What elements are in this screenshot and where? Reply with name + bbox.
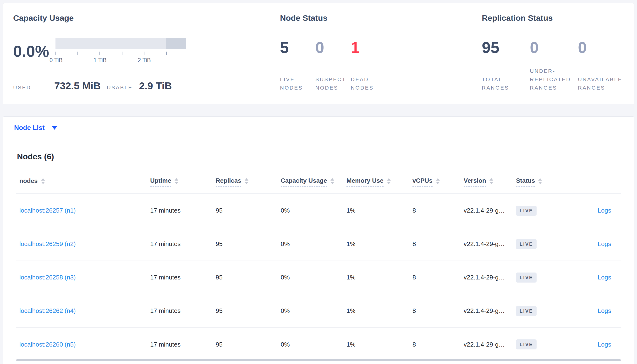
unavailable-ranges-label: UNAVAILABLE RANGES	[578, 75, 626, 92]
dead-nodes-value: 1	[351, 38, 386, 58]
node-status-title: Node Status	[280, 13, 482, 23]
memory-use-cell: 1%	[347, 307, 413, 314]
node-list-dropdown-label: Node List	[14, 124, 45, 132]
status-badge: LIVE	[516, 272, 537, 282]
cluster-summary-card: Capacity Usage 0.0%	[3, 3, 634, 104]
usable-label: USABLE	[107, 84, 133, 91]
replication-status-title: Replication Status	[482, 13, 626, 23]
used-label: USED	[13, 84, 54, 91]
capacity-bar-nonusable-segment	[166, 38, 186, 49]
capacity-axis-ticks	[56, 52, 186, 55]
replicas-cell: 95	[216, 240, 281, 248]
sort-icon	[245, 178, 248, 184]
logs-link[interactable]: Logs	[598, 307, 611, 314]
unavailable-ranges-value: 0	[578, 38, 626, 58]
replicas-cell: 95	[216, 274, 281, 281]
table-row: localhost:26259 (n2) 17 minutes 95 0% 1%…	[16, 228, 621, 261]
vcpus-cell: 8	[413, 240, 464, 248]
column-header-capacity-usage[interactable]: Capacity Usage	[281, 177, 347, 186]
node-link[interactable]: localhost:26259 (n2)	[19, 240, 76, 248]
sort-icon	[489, 178, 493, 184]
node-list-dropdown[interactable]: Node List	[14, 124, 57, 132]
live-nodes-stat: 5 LIVE NODES	[280, 38, 315, 92]
sort-icon	[538, 178, 542, 184]
horizontal-scrollbar[interactable]	[16, 359, 621, 361]
version-cell: v22.1.4-29-g…	[464, 307, 516, 314]
capacity-usage-cell: 0%	[281, 307, 347, 314]
column-header-nodes[interactable]: nodes	[16, 177, 150, 186]
memory-use-cell: 1%	[347, 341, 413, 348]
cluster-overview-page: Capacity Usage 0.0%	[0, 0, 637, 364]
uptime-cell: 17 minutes	[150, 207, 216, 214]
uptime-cell: 17 minutes	[150, 307, 216, 314]
column-header-vcpus[interactable]: vCPUs	[413, 177, 464, 186]
node-link[interactable]: localhost:26257 (n1)	[19, 207, 76, 214]
vcpus-cell: 8	[413, 341, 464, 348]
axis-tick	[144, 52, 144, 55]
capacity-usage-title: Capacity Usage	[13, 13, 280, 23]
replication-status-section: Replication Status 95 TOTAL RANGES 0 UND…	[482, 13, 626, 104]
live-nodes-value: 5	[280, 38, 315, 58]
capacity-gauge: 0.0% 0 TiB 1 TiB	[13, 38, 280, 64]
capacity-used-usable-row: USED 732.5 MiB USABLE 2.9 TiB	[13, 80, 280, 92]
table-row: localhost:26257 (n1) 17 minutes 95 0% 1%…	[16, 194, 621, 228]
sort-icon	[331, 178, 334, 184]
node-link[interactable]: localhost:26260 (n5)	[19, 341, 76, 348]
axis-tick	[166, 52, 167, 55]
logs-link[interactable]: Logs	[598, 207, 611, 214]
axis-tick	[56, 52, 56, 55]
replicas-cell: 95	[216, 341, 281, 348]
capacity-percent-value: 0.0%	[13, 42, 49, 61]
node-link[interactable]: localhost:26258 (n3)	[19, 274, 76, 281]
table-row: localhost:26258 (n3) 17 minutes 95 0% 1%…	[16, 261, 621, 294]
memory-use-cell: 1%	[347, 207, 413, 214]
column-header-memory-use[interactable]: Memory Use	[347, 177, 413, 186]
uptime-cell: 17 minutes	[150, 341, 216, 348]
uptime-cell: 17 minutes	[150, 274, 216, 281]
replicas-cell: 95	[216, 207, 281, 214]
replicas-cell: 95	[216, 307, 281, 314]
total-ranges-label: TOTAL RANGES	[482, 75, 530, 92]
logs-link[interactable]: Logs	[598, 341, 611, 348]
capacity-usage-section: Capacity Usage 0.0%	[13, 13, 280, 104]
sort-icon	[387, 178, 391, 184]
sort-icon	[41, 178, 45, 184]
column-header-uptime[interactable]: Uptime	[150, 177, 216, 186]
table-row: localhost:26262 (n4) 17 minutes 95 0% 1%…	[16, 294, 621, 328]
version-cell: v22.1.4-29-g…	[464, 207, 516, 214]
column-header-version[interactable]: Version	[464, 177, 516, 186]
axis-label: 0 TiB	[50, 57, 63, 64]
axis-label: 2 TiB	[138, 57, 151, 64]
vcpus-cell: 8	[413, 307, 464, 314]
status-badge: LIVE	[516, 340, 537, 350]
live-nodes-label: LIVE NODES	[280, 75, 315, 92]
node-status-section: Node Status 5 LIVE NODES 0 SUSPECT NODES…	[280, 13, 482, 104]
version-cell: v22.1.4-29-g…	[464, 240, 516, 248]
table-row: localhost:26260 (n5) 17 minutes 95 0% 1%…	[16, 328, 621, 361]
nodes-table-card: Nodes (6) nodes Uptime Replicas Capacity…	[3, 139, 634, 364]
axis-tick	[100, 52, 100, 55]
column-header-replicas[interactable]: Replicas	[216, 177, 281, 186]
node-status-stats: 5 LIVE NODES 0 SUSPECT NODES 1 DEAD NODE…	[280, 38, 482, 92]
usable-value: 2.9 TiB	[139, 80, 172, 92]
replication-stats: 95 TOTAL RANGES 0 UNDER-REPLICATED RANGE…	[482, 38, 626, 92]
axis-tick	[78, 52, 78, 55]
capacity-bar	[56, 38, 186, 49]
capacity-axis-labels: 0 TiB 1 TiB 2 TiB	[56, 57, 186, 64]
version-cell: v22.1.4-29-g…	[464, 274, 516, 281]
logs-link[interactable]: Logs	[598, 240, 611, 248]
nodes-table-header: nodes Uptime Replicas Capacity Usage Mem…	[16, 175, 621, 188]
status-badge: LIVE	[516, 206, 537, 216]
logs-link[interactable]: Logs	[598, 274, 611, 281]
suspect-nodes-stat: 0 SUSPECT NODES	[315, 38, 351, 92]
memory-use-cell: 1%	[347, 240, 413, 248]
under-replicated-ranges-stat: 0 UNDER-REPLICATED RANGES	[530, 38, 578, 92]
node-link[interactable]: localhost:26262 (n4)	[19, 307, 76, 314]
dead-nodes-stat: 1 DEAD NODES	[351, 38, 386, 92]
under-replicated-ranges-value: 0	[530, 38, 578, 58]
dead-nodes-label: DEAD NODES	[351, 75, 386, 92]
column-header-status[interactable]: Status	[516, 177, 569, 186]
capacity-usage-cell: 0%	[281, 207, 347, 214]
capacity-bar-block: 0 TiB 1 TiB 2 TiB	[56, 38, 186, 64]
capacity-usage-cell: 0%	[281, 341, 347, 348]
